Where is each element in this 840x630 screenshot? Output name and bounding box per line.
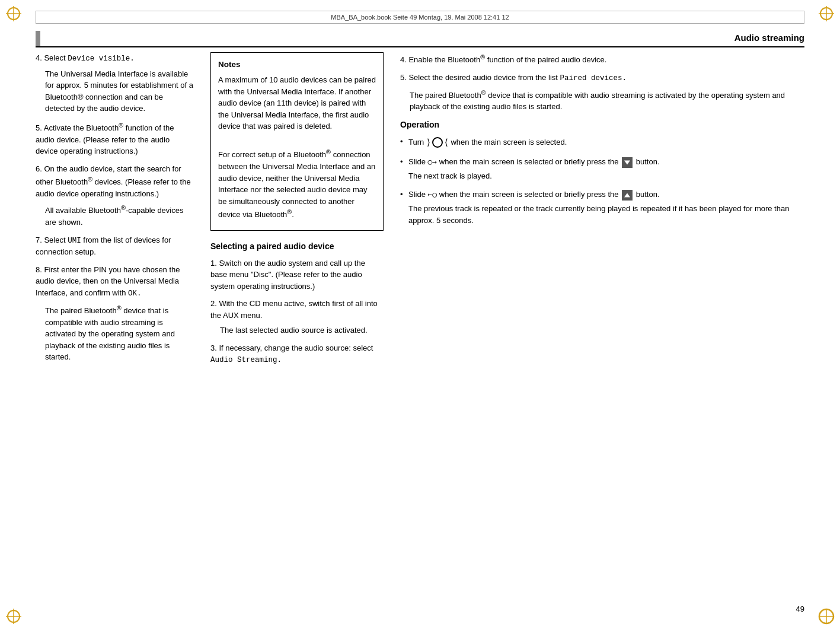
left-item5-label: 5. Activate the Bluetooth® function of t… bbox=[36, 120, 194, 157]
columns: 4. Select Device visible. The Universal … bbox=[36, 52, 804, 594]
operation-bullet-3-sub: The previous track is repeated or the tr… bbox=[408, 203, 804, 226]
corner-mark-bl bbox=[5, 607, 23, 625]
operation-bullet-3: Slide ←○ when the main screen is selecte… bbox=[400, 189, 804, 226]
left-item4-text: The Universal Media Interface is availab… bbox=[45, 68, 194, 114]
slide-left-symbol: ←○ bbox=[428, 190, 437, 199]
corner-mark-br bbox=[817, 607, 835, 625]
notes-p1: A maximum of 10 audio devices can be pai… bbox=[218, 74, 376, 132]
left-item4-label: 4. Select bbox=[36, 53, 68, 62]
mid-item1-text: 1. Switch on the audio system and call u… bbox=[210, 257, 384, 292]
operation-bullet-2-sub: The next track is played. bbox=[408, 170, 804, 182]
notes-title: Notes bbox=[218, 59, 376, 71]
left-item-8: 8. First enter the PIN you have chosen t… bbox=[36, 264, 194, 363]
left-item4-code: Device visible. bbox=[68, 55, 135, 63]
middle-column: Notes A maximum of 10 audio devices can … bbox=[205, 52, 394, 594]
left-item7-code: UMI bbox=[68, 237, 81, 245]
mid-item2-text: 2. With the CD menu active, switch first… bbox=[210, 298, 384, 321]
operation-bullet-1: Turn ⟩⟨ when the main screen is selected… bbox=[400, 136, 804, 149]
notes-p2: For correct setup of a Bluetooth® connec… bbox=[218, 147, 376, 221]
page-header: Audio streaming bbox=[36, 31, 804, 47]
page-title: Audio streaming bbox=[734, 33, 804, 43]
notes-box: Notes A maximum of 10 audio devices can … bbox=[210, 52, 384, 231]
mid-item-3: 3. If necessary, change the audio source… bbox=[210, 342, 384, 366]
knob-bracket-right-icon: ⟨ bbox=[445, 136, 448, 149]
corner-mark-tr bbox=[817, 5, 835, 23]
left-item8-code: OK. bbox=[128, 289, 142, 298]
left-item-4: 4. Select Device visible. The Universal … bbox=[36, 52, 194, 114]
mid-item-2: 2. With the CD menu active, switch first… bbox=[210, 298, 384, 336]
left-item7-label: 7. Select bbox=[36, 236, 68, 244]
slide-right-symbol: ○→ bbox=[428, 157, 437, 166]
page-number: 49 bbox=[796, 604, 804, 613]
right-item-5: 5. Select the desired audio device from … bbox=[400, 72, 804, 113]
right-item5-text: 5. Select the desired audio device from … bbox=[400, 72, 804, 84]
mid-item3-code: Audio Streaming. bbox=[210, 356, 282, 364]
mid-item2-sub: The last selected audio source is activa… bbox=[220, 324, 384, 336]
right-item4-text: 4. Enable the Bluetooth® function of the… bbox=[400, 52, 804, 66]
mid-item3-label: 3. If necessary, change the audio source… bbox=[210, 343, 373, 352]
knob-bracket-left-icon: ⟩ bbox=[427, 136, 430, 149]
content-area: 4. Select Device visible. The Universal … bbox=[36, 52, 804, 594]
right-column: 4. Enable the Bluetooth® function of the… bbox=[394, 52, 804, 594]
right-item-4: 4. Enable the Bluetooth® function of the… bbox=[400, 52, 804, 66]
prev-track-button-icon bbox=[622, 190, 633, 201]
mid-item-1: 1. Switch on the audio system and call u… bbox=[210, 257, 384, 292]
left-item8-label: 8. First enter the PIN you have chosen t… bbox=[36, 264, 194, 300]
operation-bullet-list: Turn ⟩⟨ when the main screen is selected… bbox=[400, 136, 804, 226]
operation-heading: Operation bbox=[400, 119, 804, 131]
operation-bullet-2: Slide ○→ when the main screen is selecte… bbox=[400, 156, 804, 182]
knob-icon bbox=[432, 137, 443, 148]
left-column: 4. Select Device visible. The Universal … bbox=[36, 52, 205, 594]
left-item6-sub: All available Bluetooth®-capable devices… bbox=[45, 203, 194, 228]
right-item5-code: Paired devices. bbox=[560, 74, 627, 82]
left-item8-sub: The paired Bluetooth® device that is com… bbox=[45, 303, 194, 363]
corner-mark-tl bbox=[5, 5, 23, 23]
left-item-7: 7. Select UMI from the list of devices f… bbox=[36, 234, 194, 258]
left-item-5: 5. Activate the Bluetooth® function of t… bbox=[36, 120, 194, 157]
file-info-bar: MBA_BA_book.book Seite 49 Montag, 19. Ma… bbox=[36, 11, 804, 24]
left-item6-label: 6. On the audio device, start the search… bbox=[36, 163, 194, 200]
left-item-6: 6. On the audio device, start the search… bbox=[36, 163, 194, 228]
selecting-heading: Selecting a paired audio device bbox=[210, 240, 384, 253]
next-track-button-icon bbox=[622, 157, 633, 168]
file-info-text: MBA_BA_book.book Seite 49 Montag, 19. Ma… bbox=[331, 14, 509, 21]
right-item5-sub: The paired Bluetooth® device that is com… bbox=[410, 88, 804, 113]
